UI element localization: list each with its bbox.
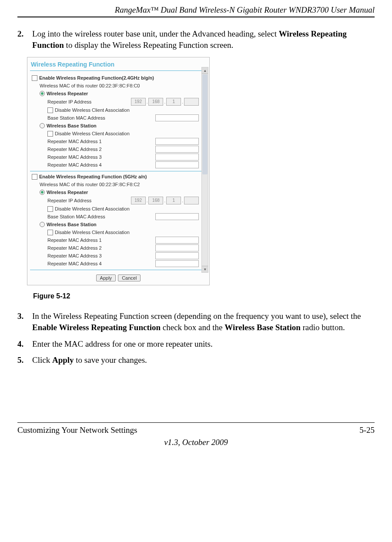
wireless-base-label: Wireless Base Station	[47, 123, 97, 128]
step-5: 5. Click Apply to save your changes.	[17, 355, 375, 366]
rep2-label: Repeater MAC Address 2	[47, 147, 155, 152]
repeater-ip-label-5: Repeater IP Address	[47, 198, 131, 203]
disable-assoc-label-5: Disable Wireless Client Association	[55, 206, 130, 211]
wireless-base-label-5: Wireless Base Station	[47, 222, 97, 227]
mac-24-label: Wireless MAC of this router 00:22:3F:8C:…	[40, 83, 140, 88]
enable-5-checkbox[interactable]	[32, 174, 37, 180]
band-5ghz-block: Enable Wireless Repeating Function (5GHz…	[30, 173, 207, 267]
enable-24-row: Enable Wireless Repeating Function(2.4GH…	[32, 74, 199, 81]
wireless-repeater-label-5: Wireless Repeater	[47, 190, 88, 195]
ip-octet-4[interactable]	[184, 197, 199, 204]
ip-octet-3[interactable]: 1	[166, 197, 181, 204]
repeater-ip-5-row: Repeater IP Address 192. 168. 1.	[32, 197, 199, 204]
ip-octet-3[interactable]: 1	[166, 98, 181, 106]
step-2: 2. Log into the wireless router base uni…	[17, 28, 375, 50]
scrollbar[interactable]: ▴ ▾	[201, 67, 208, 273]
disable-assoc-base-label-5: Disable Wireless Client Association	[55, 230, 130, 235]
scroll-down-icon[interactable]: ▾	[202, 266, 208, 272]
rep3-24-row: Repeater MAC Address 3	[32, 154, 199, 161]
ip-input-group: 192. 168. 1.	[131, 98, 199, 106]
scroll-thumb[interactable]	[202, 74, 208, 174]
rep3-5-row: Repeater MAC Address 3	[32, 252, 199, 259]
rep1-label-5: Repeater MAC Address 1	[47, 238, 155, 243]
base-radio-5-row: Wireless Base Station	[32, 221, 199, 228]
button-bar: Apply Cancel	[30, 272, 207, 282]
step-4: 4. Enter the MAC address for one or more…	[17, 338, 375, 350]
repeater-radio-24-row: Wireless Repeater	[32, 90, 199, 97]
footer-page-number: 5-25	[359, 425, 375, 435]
base-radio-24-row: Wireless Base Station	[32, 122, 199, 129]
step-number: 3.	[17, 311, 32, 333]
rep4-24-row: Repeater MAC Address 4	[32, 161, 199, 168]
disable-assoc-5-row: Disable Wireless Client Association	[32, 205, 199, 212]
rep3-input[interactable]	[155, 154, 199, 161]
rep1-input[interactable]	[155, 138, 199, 145]
apply-button[interactable]: Apply	[96, 274, 116, 281]
figure-caption: Figure 5-12	[33, 292, 375, 300]
manual-title: RangeMax™ Dual Band Wireless-N Gigabit R…	[115, 5, 375, 14]
screenshot-panel: Wireless Repeating Function Enable Wirel…	[27, 57, 210, 285]
enable-24-label: Enable Wireless Repeating Function(2.4GH…	[39, 75, 154, 80]
ip-octet-2[interactable]: 168	[148, 98, 163, 106]
rep4-input-5[interactable]	[155, 260, 199, 267]
rep1-24-row: Repeater MAC Address 1	[32, 138, 199, 145]
base-mac-label-5: Base Station MAC Address	[47, 214, 155, 219]
rep1-input-5[interactable]	[155, 237, 199, 244]
step-number: 4.	[17, 338, 32, 350]
wireless-base-radio[interactable]	[40, 123, 45, 128]
enable-5-row: Enable Wireless Repeating Function (5GHz…	[32, 173, 199, 180]
base-mac-5-row: Base Station MAC Address	[32, 213, 199, 220]
footer-section: Customizing Your Network Settings	[17, 425, 137, 435]
step-body: Click Apply to save your changes.	[32, 355, 375, 366]
rep2-input[interactable]	[155, 146, 199, 153]
step-number: 2.	[17, 28, 32, 50]
disable-assoc-checkbox-5[interactable]	[47, 206, 53, 212]
step-body: Log into the wireless router base unit, …	[32, 28, 375, 50]
disable-assoc-checkbox[interactable]	[47, 107, 53, 113]
rep4-input[interactable]	[155, 161, 199, 168]
band-24ghz-block: Enable Wireless Repeating Function(2.4GH…	[30, 74, 207, 168]
disable-assoc-base-label: Disable Wireless Client Association	[55, 131, 130, 136]
wireless-repeater-radio[interactable]	[40, 91, 45, 96]
wireless-repeater-label: Wireless Repeater	[47, 91, 88, 96]
rep2-5-row: Repeater MAC Address 2	[32, 244, 199, 251]
base-mac-input-5[interactable]	[155, 213, 199, 220]
step-3: 3. In the Wireless Repeating Function sc…	[17, 311, 375, 333]
ip-input-group-5: 192. 168. 1.	[131, 197, 199, 204]
rep4-label-5: Repeater MAC Address 4	[47, 261, 155, 266]
scroll-up-icon[interactable]: ▴	[202, 67, 208, 74]
rep3-input-5[interactable]	[155, 252, 199, 259]
ip-octet-1[interactable]: 192	[131, 197, 146, 204]
wireless-repeater-radio-5[interactable]	[40, 190, 45, 195]
base-mac-input[interactable]	[155, 114, 199, 121]
disable-assoc-base-checkbox-5[interactable]	[47, 230, 53, 235]
page-footer: Customizing Your Network Settings 5-25 v…	[17, 422, 375, 447]
divider	[30, 270, 207, 270]
step-number: 5.	[17, 355, 32, 366]
ip-octet-1[interactable]: 192	[131, 98, 146, 106]
mac-5-row: Wireless MAC of this router 00:22:3F:8C:…	[32, 181, 199, 188]
divider	[30, 70, 207, 71]
ip-octet-2[interactable]: 168	[148, 197, 163, 204]
figure-5-12: Wireless Repeating Function Enable Wirel…	[27, 57, 375, 300]
step-body: Enter the MAC address for one or more re…	[32, 338, 375, 350]
cancel-button[interactable]: Cancel	[118, 274, 141, 281]
enable-24-checkbox[interactable]	[32, 75, 37, 81]
ip-octet-4[interactable]	[184, 98, 199, 106]
rep4-label: Repeater MAC Address 4	[47, 162, 155, 167]
wireless-base-radio-5[interactable]	[40, 222, 45, 227]
repeater-ip-label: Repeater IP Address	[47, 99, 131, 104]
rep2-24-row: Repeater MAC Address 2	[32, 146, 199, 153]
disable-assoc-24-row: Disable Wireless Client Association	[32, 107, 199, 114]
enable-5-label: Enable Wireless Repeating Function (5GHz…	[39, 174, 147, 179]
mac-5-label: Wireless MAC of this router 00:22:3F:8C:…	[40, 182, 140, 187]
disable-assoc-label: Disable Wireless Client Association	[55, 107, 130, 113]
divider	[30, 171, 207, 171]
rep2-input-5[interactable]	[155, 244, 199, 251]
rep3-label-5: Repeater MAC Address 3	[47, 253, 155, 258]
disable-assoc-base-checkbox[interactable]	[47, 131, 53, 137]
rep4-5-row: Repeater MAC Address 4	[32, 260, 199, 267]
repeater-ip-24-row: Repeater IP Address 192. 168. 1.	[32, 98, 199, 106]
rep2-label-5: Repeater MAC Address 2	[47, 245, 155, 251]
mac-24-row: Wireless MAC of this router 00:22:3F:8C:…	[32, 82, 199, 89]
